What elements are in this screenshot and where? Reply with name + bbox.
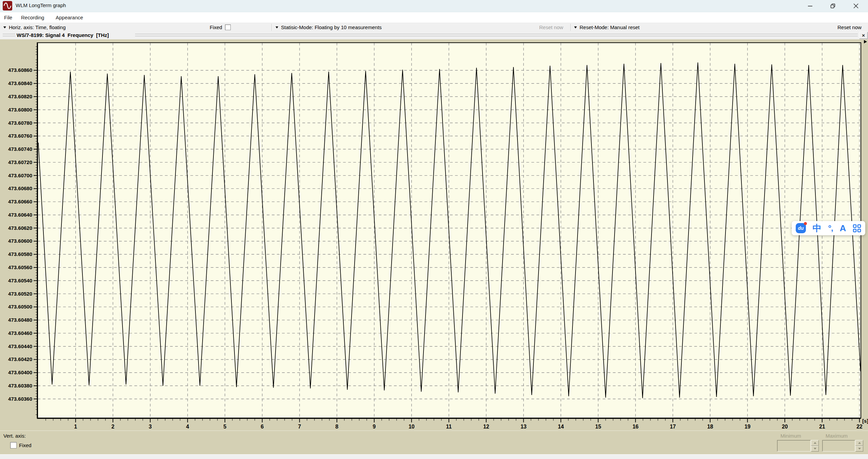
statistic-mode-label: Statisic-Mode: Floating by 10 measuremen… <box>281 24 382 30</box>
minimum-field[interactable] <box>777 440 811 452</box>
spinner-down-button[interactable] <box>811 446 819 452</box>
ime-floating-toolbar: du 中 °, A <box>792 221 865 235</box>
dropdown-arrow-icon <box>574 26 577 28</box>
graph-close-button[interactable]: ✕ <box>859 32 868 39</box>
svg-text:22: 22 <box>856 424 863 430</box>
svg-text:16: 16 <box>633 424 639 430</box>
window-title: WLM LongTerm graph <box>16 2 66 8</box>
header-groove <box>3 36 15 37</box>
svg-text:473.60620: 473.60620 <box>8 225 32 231</box>
svg-text:473.60460: 473.60460 <box>8 330 32 336</box>
chinese-english-toggle-button[interactable]: 中 <box>813 222 822 234</box>
menu-recording[interactable]: Recording <box>20 14 45 21</box>
apps-grid-button[interactable] <box>853 224 861 233</box>
bottom-strip <box>0 454 868 459</box>
spinner-up-button[interactable] <box>855 440 863 446</box>
svg-text:473.60860: 473.60860 <box>8 67 32 73</box>
svg-text:473.60480: 473.60480 <box>8 317 32 323</box>
svg-text:473.60680: 473.60680 <box>8 185 32 191</box>
graph-title: WS/7-8199: Signal 4 Frequency [THz] <box>17 32 109 38</box>
svg-text:12: 12 <box>483 424 489 430</box>
baidu-ime-logo-icon: du <box>796 223 806 233</box>
toolbar-separator <box>570 24 571 31</box>
reset-now-disabled-label: Reset now <box>539 24 563 30</box>
minimum-spinner <box>811 440 819 452</box>
vert-fixed-checkbox[interactable] <box>10 442 17 448</box>
close-button[interactable] <box>848 0 864 12</box>
svg-text:473.60640: 473.60640 <box>8 212 32 218</box>
close-icon <box>853 3 858 8</box>
svg-text:[s]: [s] <box>862 418 868 424</box>
chinese-mode-icon: 中 <box>813 222 822 234</box>
header-groove <box>135 36 858 37</box>
apps-grid-icon <box>853 224 861 233</box>
header-groove <box>135 34 858 35</box>
svg-text:473.60700: 473.60700 <box>8 173 32 178</box>
punctuation-toggle-button[interactable]: °, <box>828 223 833 233</box>
reset-now-button[interactable]: Reset now <box>837 23 862 32</box>
chart-svg: 473.60360473.60380473.60400473.60420473.… <box>0 39 868 431</box>
letter-a-icon: A <box>839 223 846 234</box>
maximum-spinner <box>855 440 863 452</box>
notification-badge <box>804 222 807 225</box>
font-style-button[interactable]: A <box>839 223 846 234</box>
svg-text:7: 7 <box>298 424 301 430</box>
svg-text:19: 19 <box>744 424 751 430</box>
spinner-up-button[interactable] <box>811 440 819 446</box>
svg-text:473.60540: 473.60540 <box>8 278 32 283</box>
horiz-fixed-label: Fixed <box>210 24 222 30</box>
reset-now-button-disabled[interactable]: Reset now <box>539 23 563 32</box>
maximum-field[interactable] <box>822 440 855 452</box>
menu-file[interactable]: File <box>3 14 14 21</box>
svg-text:2: 2 <box>111 424 114 430</box>
vert-fixed-label: Fixed <box>19 442 32 448</box>
minimum-label: Minimum <box>780 433 801 439</box>
wlm-longterm-graph-window: WLM LongTerm graph File Recording Appear… <box>0 0 868 459</box>
svg-text:6: 6 <box>261 424 264 430</box>
menu-bar: File Recording Appearance <box>0 12 868 23</box>
reset-mode-dropdown[interactable]: Reset-Mode: Manual reset <box>574 23 640 32</box>
svg-text:473.60520: 473.60520 <box>8 291 32 297</box>
svg-text:473.60820: 473.60820 <box>8 94 32 99</box>
svg-text:3: 3 <box>149 424 152 430</box>
svg-text:9: 9 <box>373 424 376 430</box>
toolbar-separator <box>271 24 272 31</box>
svg-text:5: 5 <box>223 424 226 430</box>
menu-appearance[interactable]: Appearance <box>54 14 84 21</box>
spinner-down-icon <box>814 448 816 450</box>
svg-text:18: 18 <box>707 424 713 430</box>
horiz-fixed-group: Fixed <box>210 23 231 32</box>
svg-text:473.60440: 473.60440 <box>8 343 32 349</box>
statistic-mode-dropdown[interactable]: Statisic-Mode: Floating by 10 measuremen… <box>276 23 382 32</box>
app-logo-icon <box>3 1 12 11</box>
restore-button[interactable] <box>825 0 841 12</box>
dropdown-arrow-icon <box>276 26 278 28</box>
reset-now-label: Reset now <box>837 24 862 30</box>
svg-text:473.60600: 473.60600 <box>8 238 32 244</box>
maximum-label: Maximum <box>826 433 848 439</box>
svg-text:1: 1 <box>74 424 77 430</box>
svg-text:14: 14 <box>558 424 564 430</box>
punctuation-icon: °, <box>828 223 833 233</box>
svg-text:473.60420: 473.60420 <box>8 356 32 362</box>
svg-text:473.60380: 473.60380 <box>8 383 32 388</box>
svg-text:473.60740: 473.60740 <box>8 146 32 152</box>
horiz-axis-dropdown[interactable]: Horiz. axis: Time, floating <box>3 23 66 32</box>
toolbar: Horiz. axis: Time, floating Fixed Statis… <box>0 23 868 32</box>
close-icon: ✕ <box>862 33 865 38</box>
svg-text:473.60800: 473.60800 <box>8 107 32 113</box>
panel-expand-arrow-icon[interactable] <box>864 40 867 43</box>
header-groove <box>3 34 15 35</box>
svg-text:8: 8 <box>335 424 338 430</box>
horiz-fixed-checkbox[interactable] <box>225 24 231 30</box>
reset-mode-label: Reset-Mode: Manual reset <box>580 24 640 30</box>
svg-text:17: 17 <box>670 424 676 430</box>
svg-text:473.60500: 473.60500 <box>8 304 32 310</box>
ime-logo-text: du <box>798 225 804 231</box>
spinner-up-icon <box>814 442 816 444</box>
ime-logo-button[interactable]: du <box>796 223 806 233</box>
spinner-down-button[interactable] <box>855 446 863 452</box>
spinner-up-icon <box>858 442 861 444</box>
minimize-button[interactable] <box>803 0 818 12</box>
svg-text:473.60780: 473.60780 <box>8 120 32 126</box>
